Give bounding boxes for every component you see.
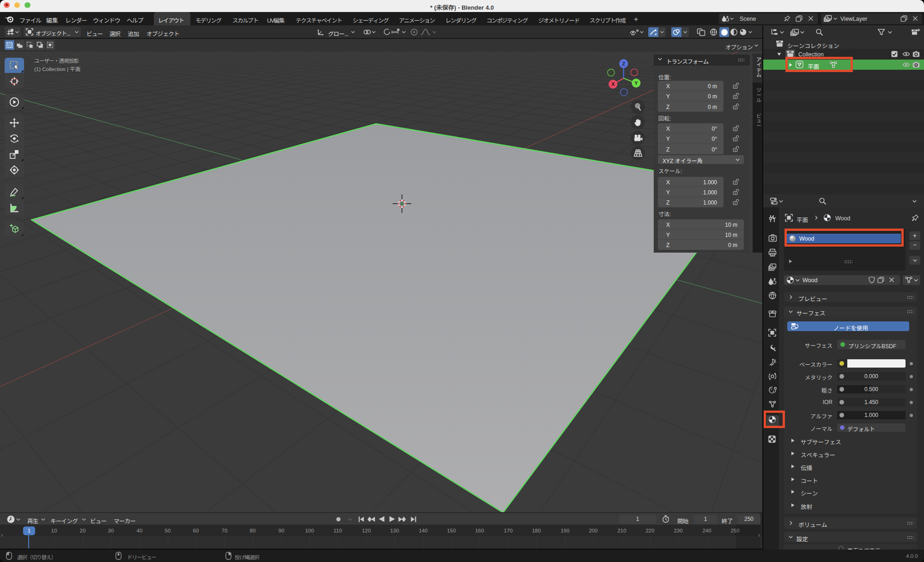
svg-text:Z: Z xyxy=(622,61,625,66)
svg-text:X: X xyxy=(611,81,615,87)
svg-text:Y: Y xyxy=(634,80,638,86)
